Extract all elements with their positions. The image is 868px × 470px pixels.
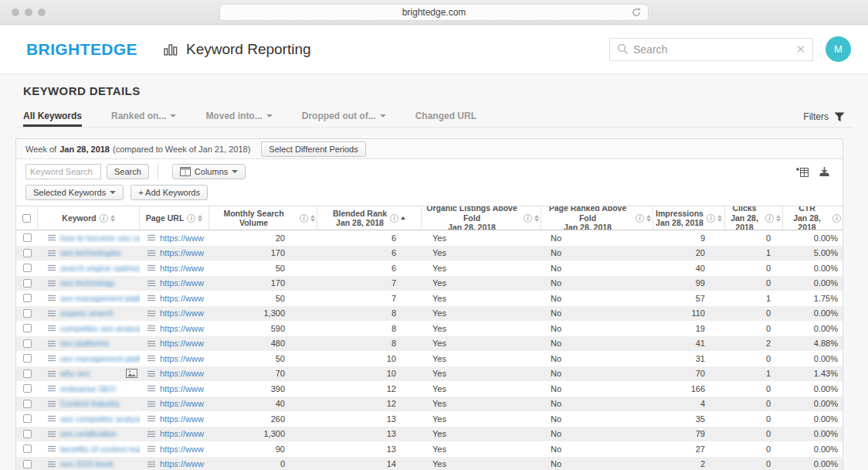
page-url-link[interactable]: https://www — [160, 294, 204, 303]
row-checkbox[interactable] — [23, 460, 32, 468]
export-table-icon[interactable] — [796, 166, 809, 178]
column-header-monthly-search-volume[interactable]: Monthly Search Volumei — [209, 206, 317, 230]
column-header-page-url[interactable]: Page URLi — [140, 206, 209, 230]
column-header-page-ranked-above-fold[interactable]: Page Ranked Above FoldJan 28, 2018i — [541, 206, 653, 230]
selected-keywords-button[interactable]: Selected Keywords — [25, 185, 124, 200]
column-header-blended-rank[interactable]: Blended RankJan 28, 2018i — [317, 206, 422, 230]
info-icon[interactable]: i — [636, 214, 644, 223]
info-icon[interactable]: i — [765, 214, 774, 223]
page-url-link[interactable]: https://www — [160, 399, 204, 408]
page-url-link[interactable]: https://www — [160, 248, 204, 257]
select-different-periods-button[interactable]: Select Different Periods — [261, 141, 365, 157]
sort-icon[interactable] — [310, 215, 315, 222]
keyword-link[interactable]: seo management platform — [60, 294, 140, 303]
info-icon[interactable]: i — [707, 214, 715, 223]
column-header-clicks[interactable]: ClicksJan 28, 2018i — [725, 206, 783, 230]
reload-icon[interactable] — [631, 7, 642, 18]
browser-url-bar[interactable]: brightedge.com — [219, 4, 649, 21]
page-url-link[interactable]: https://www — [160, 264, 204, 273]
keyword-link[interactable]: seo 2015 book — [60, 459, 114, 468]
row-checkbox[interactable] — [23, 294, 32, 302]
keyword-link[interactable]: competitor seo analysis — [60, 324, 140, 333]
keyword-link[interactable]: Content Industry — [60, 399, 120, 408]
row-checkbox[interactable] — [23, 309, 32, 318]
select-all-checkbox[interactable] — [22, 214, 31, 223]
sort-icon[interactable] — [776, 215, 781, 222]
keyword-link[interactable]: why seo — [60, 369, 90, 378]
window-zoom-dot[interactable] — [38, 9, 46, 16]
keyword-link[interactable]: seo technologies — [60, 248, 121, 257]
sort-icon[interactable] — [534, 215, 539, 222]
info-icon[interactable]: i — [524, 214, 532, 223]
row-checkbox[interactable] — [23, 249, 32, 257]
column-header-keyword[interactable]: Keywordi — [38, 206, 140, 230]
page-url-link[interactable]: https://www — [160, 339, 204, 348]
row-checkbox[interactable] — [23, 444, 32, 453]
tab-ranked-on[interactable]: Ranked on... — [111, 111, 176, 127]
header-search[interactable]: ✕ — [609, 38, 813, 61]
add-keywords-button[interactable]: + Add Keywords — [131, 185, 208, 200]
keyword-link[interactable]: search engine optimization pl — [60, 264, 140, 273]
page-url-link[interactable]: https://www — [160, 384, 204, 393]
keyword-link[interactable]: seo technology — [60, 278, 115, 288]
page-url-link[interactable]: https://www — [160, 233, 204, 243]
tab-moved-into[interactable]: Moved into... — [205, 111, 272, 127]
row-checkbox[interactable] — [23, 370, 32, 378]
page-url-link[interactable]: https://www — [160, 324, 204, 333]
keyword-search-input[interactable] — [25, 164, 101, 179]
keyword-link[interactable]: seo platforms — [60, 339, 109, 348]
keyword-link[interactable]: enterprise SEO — [60, 384, 116, 393]
info-icon[interactable]: i — [100, 214, 108, 223]
window-controls[interactable] — [12, 9, 46, 16]
sort-icon[interactable] — [646, 215, 651, 222]
tab-changed-url[interactable]: Changed URL — [415, 111, 476, 127]
row-checkbox[interactable] — [23, 233, 32, 242]
sort-icon[interactable] — [717, 215, 722, 222]
row-checkbox[interactable] — [23, 324, 32, 332]
keyword-link[interactable]: seo management platforms — [60, 354, 140, 363]
sort-icon[interactable] — [198, 215, 202, 222]
clear-search-icon[interactable]: ✕ — [795, 43, 805, 55]
info-icon[interactable]: i — [832, 214, 841, 223]
tab-dropped-out-of[interactable]: Dropped out of... — [302, 111, 386, 127]
page-url-link[interactable]: https://www — [160, 369, 204, 378]
row-checkbox[interactable] — [23, 354, 32, 363]
info-icon[interactable]: i — [300, 214, 308, 223]
brightedge-logo[interactable]: BRIGHTEDGE — [26, 40, 164, 59]
page-url-link[interactable]: https://www — [160, 444, 204, 454]
search-input[interactable] — [633, 43, 791, 56]
window-minimize-dot[interactable] — [25, 9, 32, 16]
avatar[interactable]: M — [826, 36, 851, 62]
sort-ascending-icon[interactable] — [401, 216, 405, 220]
column-header-impressions[interactable]: ImpressionsJan 28, 2018i — [653, 206, 725, 230]
info-icon[interactable]: i — [390, 214, 398, 223]
keyword-link[interactable]: benefits of content marketing — [60, 444, 140, 454]
keyword-link[interactable]: organic search — [60, 308, 114, 318]
page-url-link[interactable]: https://www — [160, 459, 204, 468]
info-icon[interactable]: i — [187, 214, 195, 223]
row-checkbox[interactable] — [23, 264, 32, 272]
row-checkbox[interactable] — [23, 414, 32, 423]
filters-button[interactable]: Filters — [803, 111, 845, 127]
window-close-dot[interactable] — [12, 9, 19, 16]
page-url-link[interactable]: https://www — [160, 414, 204, 424]
keyword-link[interactable]: seo certification — [60, 429, 117, 438]
row-checkbox[interactable] — [23, 279, 32, 288]
keyword-search-button[interactable]: Search — [107, 164, 149, 179]
column-header-organic-listings-above-fold[interactable]: Organic Listings Above FoldJan 28, 2018i — [422, 206, 541, 230]
download-icon[interactable] — [819, 166, 830, 178]
page-url-link[interactable]: https://www — [160, 278, 204, 288]
column-header-ctr[interactable]: CTRJan 28, 2018i — [783, 206, 843, 230]
page-url-link[interactable]: https://www — [160, 308, 204, 318]
tab-all-keywords[interactable]: All Keywords — [23, 111, 82, 127]
row-checkbox[interactable] — [23, 400, 32, 408]
row-checkbox[interactable] — [23, 430, 32, 438]
row-checkbox[interactable] — [23, 339, 32, 348]
columns-button[interactable]: Columns — [172, 164, 246, 179]
page-url-link[interactable]: https://www — [160, 429, 204, 438]
row-checkbox[interactable] — [23, 384, 32, 393]
page-url-link[interactable]: https://www — [160, 354, 204, 363]
sort-icon[interactable] — [110, 215, 115, 222]
keyword-link[interactable]: seo competitor analysis tool — [60, 414, 140, 424]
keyword-link[interactable]: how to become seo certified — [60, 233, 140, 243]
